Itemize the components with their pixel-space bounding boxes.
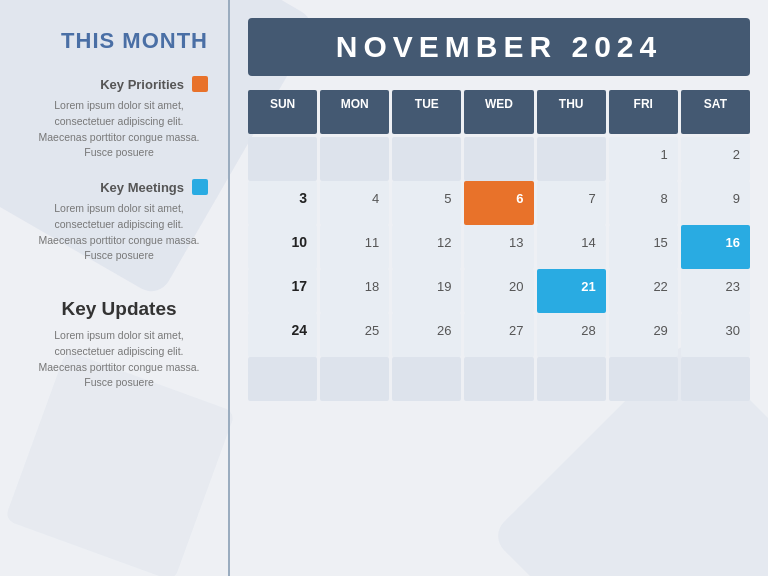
cal-cell-w1-d2: 5 [392,181,461,225]
updates-section: Key Updates Lorem ipsum dolor sit amet, … [30,298,208,391]
day-number-18: 18 [365,279,385,294]
day-number-15: 15 [653,235,673,250]
cal-cell-w0-d0 [248,137,317,181]
calendar-month-year: NOVEMBER 2024 [268,30,730,64]
cal-cell-w3-d5: 22 [609,269,678,313]
day-number-14: 14 [581,235,601,250]
day-number-4: 4 [372,191,385,206]
cal-cell-w1-d5: 8 [609,181,678,225]
day-number-6: 6 [516,191,529,206]
meetings-color-dot [192,179,208,195]
day-number-28: 28 [581,323,601,338]
day-number-9: 9 [733,191,746,206]
main-container: THIS MONTH Key Priorities Lorem ipsum do… [0,0,768,576]
cal-cell-w4-d2: 26 [392,313,461,357]
calendar-week-1: 3456789 [248,181,750,225]
day-number-1: 1 [661,147,674,162]
day-number-22: 22 [653,279,673,294]
day-header-tue: TUE [392,90,461,134]
cal-cell-w4-d0: 24 [248,313,317,357]
day-number-25: 25 [365,323,385,338]
cal-cell-w2-d1: 11 [320,225,389,269]
sidebar: THIS MONTH Key Priorities Lorem ipsum do… [0,0,230,576]
meetings-text: Lorem ipsum dolor sit amet, consectetuer… [30,201,208,264]
day-number-13: 13 [509,235,529,250]
updates-title: Key Updates [30,298,208,320]
day-number-11: 11 [365,235,385,250]
cal-cell-w3-d4: 21 [537,269,606,313]
meetings-section: Key Meetings Lorem ipsum dolor sit amet,… [30,179,208,264]
day-number-30: 30 [726,323,746,338]
day-number-24: 24 [292,322,314,338]
cal-cell-w1-d4: 7 [537,181,606,225]
cal-cell-w4-d4: 28 [537,313,606,357]
cal-cell-w2-d4: 14 [537,225,606,269]
day-number-23: 23 [726,279,746,294]
cal-cell-w1-d6: 9 [681,181,750,225]
day-header-mon: MON [320,90,389,134]
cal-cell-w1-d1: 4 [320,181,389,225]
cal-cell-w0-d2 [392,137,461,181]
calendar-grid: SUN MON TUE WED THU FRI SAT 123456789101… [248,90,750,562]
day-number-2: 2 [733,147,746,162]
cal-cell-w1-d3: 6 [464,181,533,225]
cal-cell-w2-d6: 16 [681,225,750,269]
day-number-8: 8 [661,191,674,206]
calendar-week-0: 12 [248,137,750,181]
calendar-week-2: 10111213141516 [248,225,750,269]
cal-cell-w5-d2 [392,357,461,401]
cal-cell-w2-d5: 15 [609,225,678,269]
day-number-10: 10 [292,234,314,250]
cal-cell-w4-d1: 25 [320,313,389,357]
cal-cell-w3-d0: 17 [248,269,317,313]
day-header-sun: SUN [248,90,317,134]
priorities-text: Lorem ipsum dolor sit amet, consectetuer… [30,98,208,161]
day-number-5: 5 [444,191,457,206]
cal-cell-w1-d0: 3 [248,181,317,225]
day-number-16: 16 [726,235,746,250]
day-number-17: 17 [292,278,314,294]
cal-cell-w5-d4 [537,357,606,401]
cal-cell-w2-d2: 12 [392,225,461,269]
calendar-week-3: 17181920212223 [248,269,750,313]
calendar-header: NOVEMBER 2024 [248,18,750,76]
updates-text: Lorem ipsum dolor sit amet, consectetuer… [30,328,208,391]
sidebar-title: THIS MONTH [30,28,208,54]
priorities-color-dot [192,76,208,92]
cal-cell-w0-d6: 2 [681,137,750,181]
day-number-3: 3 [299,190,313,206]
cal-cell-w3-d3: 20 [464,269,533,313]
day-number-27: 27 [509,323,529,338]
calendar-section: NOVEMBER 2024 SUN MON TUE WED THU FRI SA… [230,0,768,576]
calendar-week-5 [248,357,750,401]
day-header-sat: SAT [681,90,750,134]
cal-cell-w2-d0: 10 [248,225,317,269]
cal-cell-w5-d0 [248,357,317,401]
priorities-label: Key Priorities [100,77,184,92]
day-number-21: 21 [581,279,601,294]
cal-cell-w0-d4 [537,137,606,181]
day-number-12: 12 [437,235,457,250]
calendar-week-4: 24252627282930 [248,313,750,357]
priorities-label-row: Key Priorities [30,76,208,92]
day-number-26: 26 [437,323,457,338]
cal-cell-w0-d5: 1 [609,137,678,181]
day-number-20: 20 [509,279,529,294]
day-header-wed: WED [464,90,533,134]
day-number-19: 19 [437,279,457,294]
cal-cell-w4-d3: 27 [464,313,533,357]
priorities-section: Key Priorities Lorem ipsum dolor sit ame… [30,76,208,161]
cal-cell-w5-d6 [681,357,750,401]
meetings-label: Key Meetings [100,180,184,195]
cal-cell-w4-d5: 29 [609,313,678,357]
cal-cell-w3-d1: 18 [320,269,389,313]
day-header-thu: THU [537,90,606,134]
cal-cell-w2-d3: 13 [464,225,533,269]
day-number-7: 7 [588,191,601,206]
day-header-fri: FRI [609,90,678,134]
cal-cell-w0-d1 [320,137,389,181]
calendar-header-row: SUN MON TUE WED THU FRI SAT [248,90,750,134]
calendar-body: 1234567891011121314151617181920212223242… [248,137,750,401]
cal-cell-w0-d3 [464,137,533,181]
cal-cell-w5-d3 [464,357,533,401]
